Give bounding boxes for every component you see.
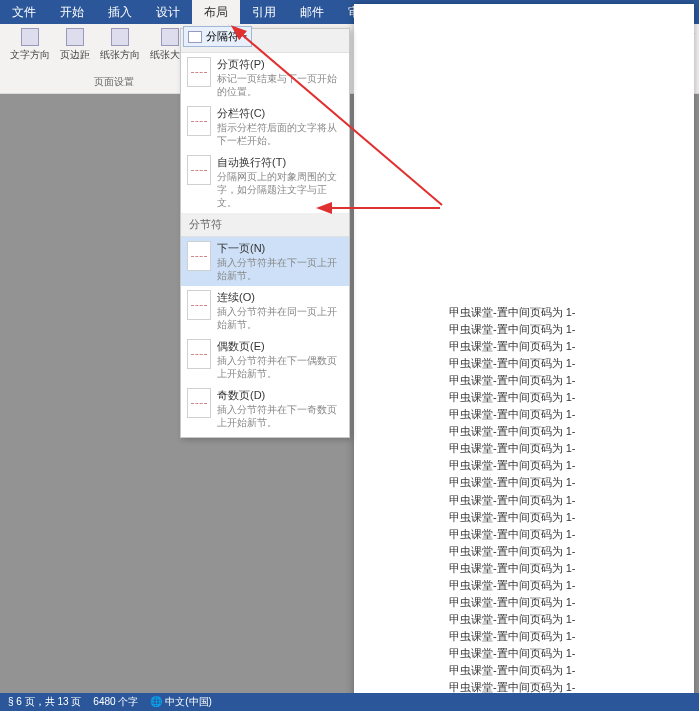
menu-odd-page[interactable]: 奇数页(D)插入分节符并在下一奇数页上开始新节。	[181, 384, 349, 433]
document-line: 甲虫课堂-置中间页码为 1-	[449, 304, 674, 321]
document-line: 甲虫课堂-置中间页码为 1-	[449, 474, 674, 491]
document-line: 甲虫课堂-置中间页码为 1-	[449, 389, 674, 406]
tab-references[interactable]: 引用	[240, 0, 288, 24]
document-line: 甲虫课堂-置中间页码为 1-	[449, 423, 674, 440]
next-page-icon	[187, 241, 211, 271]
column-break-icon	[187, 106, 211, 136]
breaks-label: 分隔符	[206, 29, 239, 44]
document-line: 甲虫课堂-置中间页码为 1-	[449, 440, 674, 457]
document-line: 甲虫课堂-置中间页码为 1-	[449, 321, 674, 338]
breaks-button[interactable]: 分隔符 ▾	[183, 26, 252, 47]
document-line: 甲虫课堂-置中间页码为 1-	[449, 560, 674, 577]
section-breaks-header: 分节符	[181, 213, 349, 237]
document-line: 甲虫课堂-置中间页码为 1-	[449, 577, 674, 594]
document-line: 甲虫课堂-置中间页码为 1-	[449, 406, 674, 423]
tab-file[interactable]: 文件	[0, 0, 48, 24]
breaks-icon	[188, 31, 202, 43]
document-line: 甲虫课堂-置中间页码为 1-	[449, 457, 674, 474]
menu-next-page[interactable]: 下一页(N)插入分节符并在下一页上开始新节。	[181, 237, 349, 286]
odd-page-icon	[187, 388, 211, 418]
document-line: 甲虫课堂-置中间页码为 1-	[449, 543, 674, 560]
menu-continuous[interactable]: 连续(O)插入分节符并在同一页上开始新节。	[181, 286, 349, 335]
tab-insert[interactable]: 插入	[96, 0, 144, 24]
document-line: 甲虫课堂-置中间页码为 1-	[449, 338, 674, 355]
document-line: 甲虫课堂-置中间页码为 1-	[449, 372, 674, 389]
document-line: 甲虫课堂-置中间页码为 1-	[449, 492, 674, 509]
continuous-icon	[187, 290, 211, 320]
document-line: 甲虫课堂-置中间页码为 1-	[449, 645, 674, 662]
tab-layout[interactable]: 布局	[192, 0, 240, 24]
document-line: 甲虫课堂-置中间页码为 1-	[449, 594, 674, 611]
document-line: 甲虫课堂-置中间页码为 1-	[449, 526, 674, 543]
text-direction-button[interactable]: 文字方向	[6, 26, 54, 64]
page-break-icon	[187, 57, 211, 87]
document-line: 甲虫课堂-置中间页码为 1-	[449, 355, 674, 372]
chevron-down-icon: ▾	[243, 32, 247, 41]
menu-even-page[interactable]: 偶数页(E)插入分节符并在下一偶数页上开始新节。	[181, 335, 349, 384]
document-line: 甲虫课堂-置中间页码为 1-	[449, 611, 674, 628]
status-lang[interactable]: 🌐 中文(中国)	[150, 695, 211, 709]
menu-text-wrap[interactable]: 自动换行符(T)分隔网页上的对象周围的文字，如分隔题注文字与正文。	[181, 151, 349, 213]
menu-column-break[interactable]: 分栏符(C)指示分栏符后面的文字将从下一栏开始。	[181, 102, 349, 151]
document-page[interactable]: 甲虫课堂-置中间页码为 1-甲虫课堂-置中间页码为 1-甲虫课堂-置中间页码为 …	[354, 4, 694, 711]
document-line: 甲虫课堂-置中间页码为 1-	[449, 662, 674, 679]
margins-button[interactable]: 页边距	[56, 26, 94, 64]
breaks-dropdown: 分页符 分页符(P)标记一页结束与下一页开始的位置。 分栏符(C)指示分栏符后面…	[180, 28, 350, 438]
tab-mail[interactable]: 邮件	[288, 0, 336, 24]
even-page-icon	[187, 339, 211, 369]
tab-home[interactable]: 开始	[48, 0, 96, 24]
page-setup-label: 页面设置	[94, 75, 134, 91]
text-wrap-icon	[187, 155, 211, 185]
document-line: 甲虫课堂-置中间页码为 1-	[449, 509, 674, 526]
document-line: 甲虫课堂-置中间页码为 1-	[449, 628, 674, 645]
tab-design[interactable]: 设计	[144, 0, 192, 24]
status-words[interactable]: 6480 个字	[93, 695, 138, 709]
status-page[interactable]: § 6 页，共 13 页	[8, 695, 81, 709]
menu-page-break[interactable]: 分页符(P)标记一页结束与下一页开始的位置。	[181, 53, 349, 102]
status-bar: § 6 页，共 13 页 6480 个字 🌐 中文(中国)	[0, 693, 699, 711]
orientation-button[interactable]: 纸张方向	[96, 26, 144, 64]
